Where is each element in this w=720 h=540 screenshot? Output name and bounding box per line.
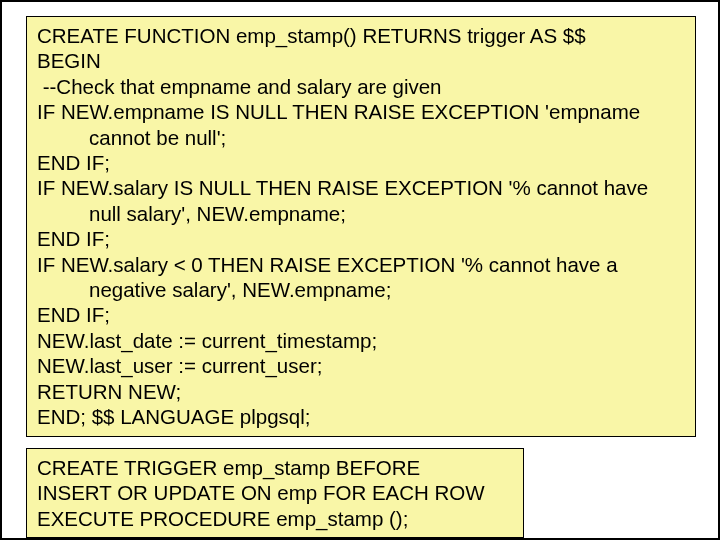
code-line: BEGIN xyxy=(37,48,685,73)
code-line: --Check that empname and salary are give… xyxy=(37,74,685,99)
code-line: EXECUTE PROCEDURE emp_stamp (); xyxy=(37,506,513,531)
code-line: RETURN NEW; xyxy=(37,379,685,404)
code-line: CREATE FUNCTION emp_stamp() RETURNS trig… xyxy=(37,23,685,48)
code-block-trigger: CREATE TRIGGER emp_stamp BEFORE INSERT O… xyxy=(26,448,524,538)
code-line: END IF; xyxy=(37,150,685,175)
code-line: END; $$ LANGUAGE plpgsql; xyxy=(37,404,685,429)
code-line: END IF; xyxy=(37,226,685,251)
code-line: END IF; xyxy=(37,302,685,327)
code-line: IF NEW.salary IS NULL THEN RAISE EXCEPTI… xyxy=(37,175,685,226)
code-line: INSERT OR UPDATE ON emp FOR EACH ROW xyxy=(37,480,513,505)
code-line: NEW.last_user := current_user; xyxy=(37,353,685,378)
slide-frame: CREATE FUNCTION emp_stamp() RETURNS trig… xyxy=(0,0,720,540)
code-line: NEW.last_date := current_timestamp; xyxy=(37,328,685,353)
code-line: CREATE TRIGGER emp_stamp BEFORE xyxy=(37,455,513,480)
code-line: IF NEW.empname IS NULL THEN RAISE EXCEPT… xyxy=(37,99,685,150)
code-block-function: CREATE FUNCTION emp_stamp() RETURNS trig… xyxy=(26,16,696,437)
code-line: IF NEW.salary < 0 THEN RAISE EXCEPTION '… xyxy=(37,252,685,303)
